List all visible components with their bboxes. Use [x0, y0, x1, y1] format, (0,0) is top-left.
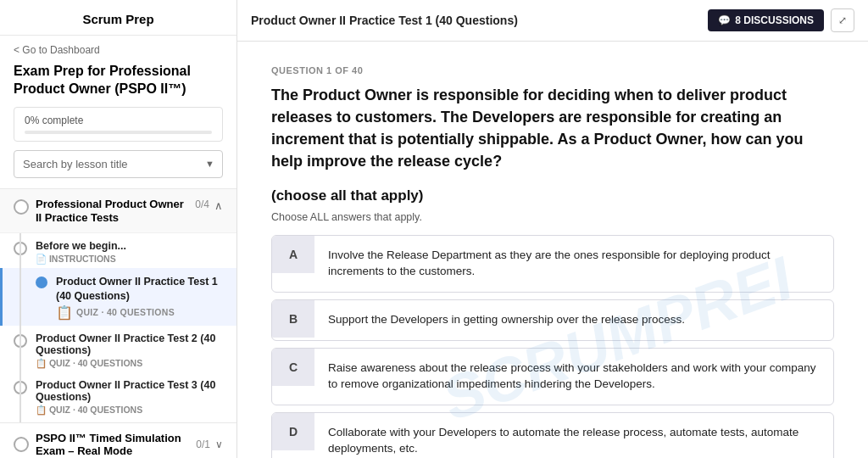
answer-text-d: Collaborate with your Developers to auto…: [314, 413, 833, 458]
lesson-sub: 📋 QUIZ · 40 QUESTIONS: [36, 405, 223, 416]
sidebar: Scrum Prep Go to Dashboard Exam Prep for…: [0, 0, 237, 458]
active-lesson-sub-text: QUIZ · 40 QUESTIONS: [76, 307, 175, 317]
quiz-icon: 📋: [56, 304, 73, 321]
question-label: QUESTION 1 OF 40: [271, 65, 834, 75]
search-input[interactable]: Search by lesson title: [14, 150, 223, 178]
answer-letter-c: C: [272, 349, 314, 386]
answer-option-b[interactable]: B Support the Developers in getting owne…: [271, 299, 834, 341]
chat-icon: 💬: [718, 14, 731, 26]
topbar-right: 💬 8 DISCUSSIONS ⤢: [708, 8, 854, 32]
sidebar-title: Scrum Prep: [0, 0, 236, 36]
discussions-label: 8 DISCUSSIONS: [735, 14, 814, 26]
chevron-up-icon: ∧: [214, 199, 223, 212]
section1-title: Professional Product Owner II Practice T…: [36, 198, 192, 226]
choose-sub: Choose ALL answers that apply.: [271, 211, 834, 223]
lesson-sub: 📄 INSTRUCTIONS: [36, 254, 223, 265]
lesson-content: Product Owner II Practice Test 3 (40 Que…: [36, 379, 223, 416]
list-item[interactable]: Product Owner II Practice Test 2 (40 Que…: [0, 326, 236, 372]
answer-option-c[interactable]: C Raise awareness about the release proc…: [271, 348, 834, 405]
section1-circle: [14, 199, 29, 215]
progress-container: 0% complete: [14, 107, 223, 142]
instructions-icon: 📄: [36, 254, 49, 264]
course-title: Exam Prep for Professional Product Owner…: [0, 59, 236, 107]
answer-letter-a: A: [272, 236, 314, 273]
section2-header[interactable]: PSPO II™ Timed Simulation Exam – Real Mo…: [0, 422, 236, 458]
discussions-button[interactable]: 💬 8 DISCUSSIONS: [708, 9, 824, 31]
progress-text: 0% complete: [25, 114, 83, 126]
section1-lessons: Before we begin... 📄 INSTRUCTIONS Produc…: [0, 232, 236, 422]
answer-letter-d: D: [272, 413, 314, 450]
main-content: Product Owner II Practice Test 1 (40 Que…: [237, 0, 868, 458]
section2-circle: [14, 437, 29, 452]
list-item[interactable]: Product Owner II Practice Test 3 (40 Que…: [0, 372, 236, 419]
expand-icon: ⤢: [838, 14, 847, 26]
list-item[interactable]: Before we begin... 📄 INSTRUCTIONS: [0, 233, 236, 268]
answer-text-c: Raise awareness about the release proces…: [314, 349, 833, 405]
lesson-title: Before we begin...: [36, 240, 223, 252]
section1-left: Professional Product Owner II Practice T…: [14, 198, 192, 226]
list-item[interactable]: Product Owner II Practice Test 1 (40 Que…: [0, 268, 236, 326]
quiz-icon2: 📋: [36, 358, 49, 368]
answer-option-a[interactable]: A Involve the Release Department as they…: [271, 235, 834, 293]
lesson-sub: 📋 QUIZ · 40 QUESTIONS: [36, 358, 223, 369]
chevron-down-icon2: ∨: [215, 438, 223, 450]
lesson-content: Before we begin... 📄 INSTRUCTIONS: [36, 240, 223, 265]
back-to-dashboard[interactable]: Go to Dashboard: [0, 36, 236, 59]
section2-left: PSPO II™ Timed Simulation Exam – Real Mo…: [14, 432, 196, 457]
progress-bar-bg: [25, 131, 212, 134]
active-lesson-sub: 📋 QUIZ · 40 QUESTIONS: [56, 304, 223, 321]
choose-label: (choose all that apply): [271, 187, 834, 204]
search-container[interactable]: Search by lesson title ▼: [14, 150, 223, 178]
section2-count: 0/1: [196, 438, 210, 450]
active-circle: [36, 276, 47, 288]
section1-title-text: Professional Product Owner II Practice T…: [36, 198, 192, 226]
lesson-title: Product Owner II Practice Test 3 (40 Que…: [36, 379, 223, 403]
active-lesson-title: Product Owner II Practice Test 1 (40 Que…: [56, 275, 223, 303]
lesson-content: Product Owner II Practice Test 2 (40 Que…: [36, 332, 223, 369]
active-lesson-content: Product Owner II Practice Test 1 (40 Que…: [56, 275, 223, 321]
section1-header[interactable]: Professional Product Owner II Practice T…: [0, 188, 236, 233]
topbar: Product Owner II Practice Test 1 (40 Que…: [237, 0, 868, 42]
timeline-line: [19, 233, 21, 422]
expand-button[interactable]: ⤢: [831, 8, 854, 32]
answer-letter-b: B: [272, 300, 314, 338]
answer-text-b: Support the Developers in getting owners…: [314, 300, 698, 340]
answer-text-a: Involve the Release Department as they a…: [314, 236, 833, 292]
main-body: QUESTION 1 OF 40 The Product Owner is re…: [237, 42, 868, 458]
section2-title: PSPO II™ Timed Simulation Exam – Real Mo…: [36, 432, 196, 457]
quiz-icon3: 📋: [36, 405, 49, 415]
topbar-title: Product Owner II Practice Test 1 (40 Que…: [251, 14, 518, 27]
question-text: The Product Owner is responsible for dec…: [271, 84, 834, 172]
section1-count: 0/4: [195, 198, 209, 210]
lesson-title: Product Owner II Practice Test 2 (40 Que…: [36, 332, 223, 356]
answer-option-d[interactable]: D Collaborate with your Developers to au…: [271, 412, 834, 458]
